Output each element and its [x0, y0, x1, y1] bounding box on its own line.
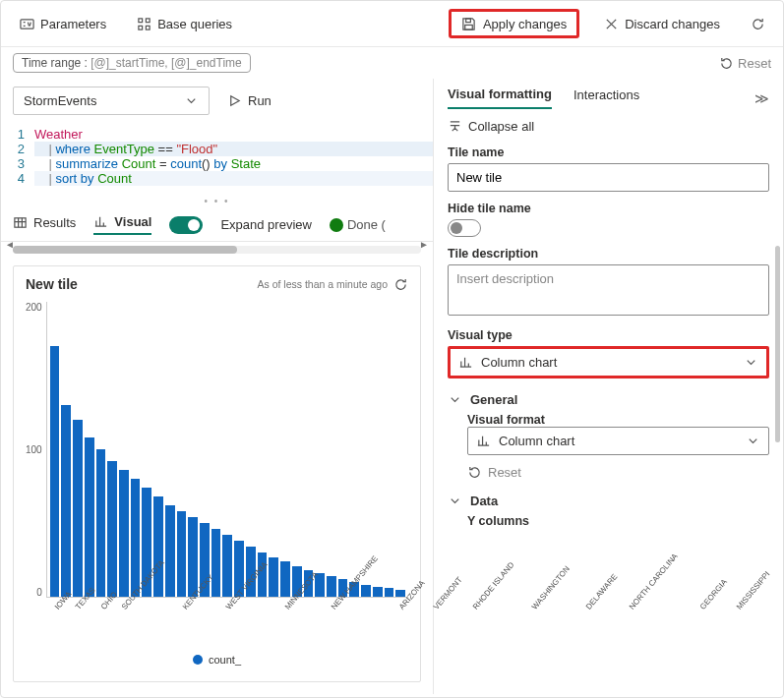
- section-general-label: General: [470, 392, 517, 407]
- visual-type-value: Column chart: [481, 355, 557, 370]
- tile-name-input[interactable]: [448, 163, 769, 192]
- chevron-down-icon: [448, 494, 462, 508]
- chart-bars: [47, 302, 408, 597]
- parameters-label: Parameters: [40, 17, 106, 31]
- visual-format-label: Visual format: [467, 413, 769, 427]
- collapse-icon: [448, 119, 462, 134]
- reset-button[interactable]: Reset: [718, 55, 771, 71]
- svg-rect-0: [20, 19, 32, 28]
- scroll-right-icon[interactable]: ►: [419, 239, 429, 250]
- tab-visual[interactable]: Visual: [93, 214, 151, 235]
- svg-rect-4: [146, 26, 150, 29]
- run-label: Run: [248, 93, 271, 108]
- play-icon: [227, 93, 242, 108]
- run-button[interactable]: Run: [221, 89, 277, 112]
- visual-type-select[interactable]: Column chart: [448, 346, 769, 378]
- svg-rect-2: [146, 18, 150, 22]
- reset-visual-format[interactable]: Reset: [467, 465, 769, 480]
- apply-changes-label: Apply changes: [483, 17, 567, 31]
- column-chart-icon: [476, 434, 491, 448]
- undo-icon: [467, 465, 482, 480]
- refresh-tile-icon[interactable]: [393, 277, 408, 292]
- tile-asof: As of less than a minute ago: [258, 278, 389, 290]
- tab-visual-label: Visual: [114, 214, 151, 229]
- results-tabs: Results Visual Expand preview Done (: [1, 208, 433, 242]
- parameters-button[interactable]: Parameters: [13, 12, 112, 35]
- chart-legend: count_: [26, 607, 408, 671]
- base-queries-label: Base queries: [157, 17, 232, 31]
- reset-visual-label: Reset: [488, 465, 521, 480]
- chevron-down-icon: [746, 434, 760, 448]
- column-chart-icon: [458, 355, 473, 370]
- chart-yaxis: 2001000: [26, 302, 46, 598]
- status-label: Done (: [347, 217, 386, 232]
- status-done: Done (: [330, 217, 386, 232]
- query-editor[interactable]: 1Weather2 | where EventType == "Flood"3 …: [1, 123, 433, 194]
- visual-format-select[interactable]: Column chart: [467, 427, 769, 455]
- legend-dot-icon: [193, 655, 203, 665]
- parameters-icon: [19, 16, 34, 31]
- top-toolbar: Parameters Base queries Apply changes Di…: [1, 1, 783, 47]
- refresh-button[interactable]: [744, 12, 771, 35]
- tile-name-label: Tile name: [448, 145, 769, 159]
- resize-handle[interactable]: • • •: [1, 194, 433, 208]
- base-queries-button[interactable]: Base queries: [130, 12, 238, 35]
- legend-label: count_: [209, 654, 241, 666]
- check-icon: [330, 218, 343, 232]
- hide-tile-name-toggle[interactable]: [448, 219, 481, 237]
- discard-changes-button[interactable]: Discard changes: [597, 12, 726, 35]
- reset-label: Reset: [738, 56, 771, 71]
- tab-visual-formatting[interactable]: Visual formatting: [448, 87, 552, 109]
- timerange-value: [@]_startTime, [@]_endTime: [90, 56, 242, 70]
- base-queries-icon: [136, 16, 151, 31]
- right-scrollbar[interactable]: [775, 246, 780, 442]
- right-tabs: Visual formatting Interactions ≫: [434, 79, 783, 109]
- chart-icon: [93, 214, 108, 229]
- horizontal-scrollbar[interactable]: [13, 246, 421, 254]
- section-general[interactable]: General: [448, 392, 769, 407]
- chevron-down-icon: [744, 355, 758, 370]
- svg-rect-5: [466, 18, 471, 22]
- hide-tile-name-label: Hide tile name: [448, 202, 769, 215]
- tile-title: New tile: [26, 276, 78, 292]
- tab-interactions[interactable]: Interactions: [573, 87, 639, 108]
- left-panel: StormEvents Run 1Weather2 | where EventT…: [1, 79, 434, 694]
- refresh-icon: [750, 16, 765, 31]
- discard-changes-label: Discard changes: [625, 17, 720, 31]
- section-data-label: Data: [470, 494, 498, 508]
- section-data[interactable]: Data: [448, 494, 769, 508]
- table-icon: [13, 215, 28, 230]
- svg-rect-7: [15, 218, 26, 227]
- tile-description-label: Tile description: [448, 247, 769, 261]
- right-panel: Visual formatting Interactions ≫ Collaps…: [434, 79, 783, 694]
- chevron-down-icon: [448, 392, 462, 407]
- chart-xaxis: IOWATEXASOHIOSOUTH DAKOTAKENTUCKYWEST VI…: [26, 598, 408, 607]
- apply-changes-button[interactable]: Apply changes: [449, 9, 579, 38]
- tab-results-label: Results: [33, 215, 76, 230]
- save-icon: [461, 16, 477, 31]
- expand-preview-label: Expand preview: [220, 217, 312, 232]
- datasource-value: StormEvents: [24, 93, 96, 108]
- collapse-all-label: Collapse all: [468, 119, 534, 134]
- svg-rect-3: [139, 26, 143, 29]
- scrollbar-thumb[interactable]: [13, 246, 237, 254]
- svg-rect-6: [465, 25, 473, 29]
- visual-format-value: Column chart: [499, 434, 574, 448]
- expand-preview-toggle[interactable]: [169, 216, 203, 234]
- tile-description-input[interactable]: [448, 264, 769, 316]
- chevron-down-icon: [184, 93, 199, 108]
- chart-card: New tile As of less than a minute ago 20…: [13, 265, 421, 682]
- close-icon: [603, 16, 619, 31]
- expand-panel-icon[interactable]: ≫: [754, 90, 769, 106]
- visual-type-label: Visual type: [448, 328, 769, 342]
- undo-icon: [718, 55, 734, 71]
- timerange-prefix: Time range :: [22, 56, 90, 70]
- datasource-dropdown[interactable]: StormEvents: [13, 87, 210, 115]
- y-columns-label: Y columns: [467, 514, 769, 528]
- timerange-pill[interactable]: Time range : [@]_startTime, [@]_endTime: [13, 53, 251, 73]
- tab-results[interactable]: Results: [13, 215, 76, 234]
- svg-rect-1: [139, 18, 143, 22]
- collapse-all-button[interactable]: Collapse all: [448, 119, 769, 134]
- timerange-row: Time range : [@]_startTime, [@]_endTime …: [1, 47, 783, 79]
